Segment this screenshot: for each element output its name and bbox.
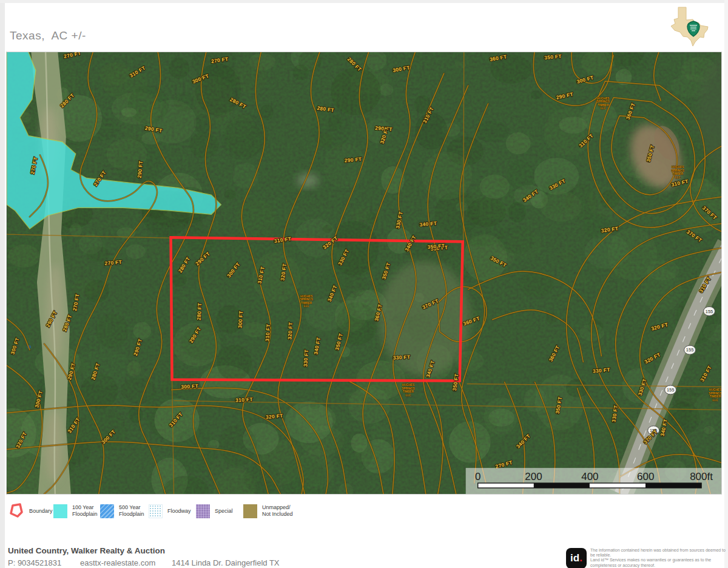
highway-shield-label: 155 xyxy=(686,347,693,353)
page-edge-right xyxy=(724,0,728,568)
contour-elevation-label: 280 FT xyxy=(195,302,203,320)
legend-label-floodplain-500: 500 Year Floodplain xyxy=(119,504,144,518)
scale-tick-label: 600 xyxy=(637,471,654,482)
disclaimer-text: The information contained herein was obt… xyxy=(590,548,726,568)
footer-phone: P: 9034521831 xyxy=(8,558,61,567)
footer-company: United Country, Walker Realty & Auction xyxy=(8,546,165,555)
highway-shield-155: 155 xyxy=(684,345,696,354)
contour-elevation-label: 300 FT xyxy=(181,383,199,390)
footer-website: easttx-realestate.com xyxy=(80,558,155,567)
legend-item-floodway: Floodway xyxy=(149,502,191,520)
legend-label-unmapped: Unmapped/ Not Included xyxy=(262,504,293,518)
legend-item-unmapped: Unmapped/ Not Included xyxy=(243,502,293,520)
scale-bar: 0200400600800ft xyxy=(466,468,721,494)
scale-tick-label: 200 xyxy=(525,471,542,482)
legend-label-boundary: Boundary xyxy=(29,508,53,515)
page-title: Texas, AC +/- xyxy=(10,29,86,42)
page-edge-left xyxy=(0,0,5,568)
contour-elevation-label: 310 FT xyxy=(235,396,254,404)
flood-map-canvas: 155155155155 HUGHESSPRINGSTIMBERLLCHUGHE… xyxy=(6,52,722,495)
landid-logo-text: id xyxy=(570,552,579,564)
highway-shield-label: 155 xyxy=(706,309,713,314)
scale-tick-label: 800ft xyxy=(690,471,713,482)
map-legend: Boundary100 Year Floodplain500 Year Floo… xyxy=(5,498,430,527)
landid-logo: id. xyxy=(566,548,587,568)
contour-elevation-label: 330 FT xyxy=(393,354,411,361)
floodway-swatch-icon xyxy=(149,504,163,518)
contour-elevation-label: 320 FT xyxy=(286,322,294,340)
special-swatch-icon xyxy=(196,504,210,518)
legend-label-floodway: Floodway xyxy=(167,508,191,515)
texas-logo-icon xyxy=(666,6,711,47)
legend-item-floodplain-500: 500 Year Floodplain xyxy=(100,502,144,520)
legend-item-special: Special xyxy=(196,502,233,520)
scale-tick-label: 0 xyxy=(475,471,480,482)
legend-item-boundary: Boundary xyxy=(8,502,53,520)
footer-address: 1414 Linda Dr. Daingerfield TX xyxy=(172,558,280,567)
contour-elevation-label: 330 FT xyxy=(302,349,309,367)
landid-logo-dot: . xyxy=(579,552,582,564)
contour-elevation-label: 300 FT xyxy=(237,310,244,328)
legend-item-floodplain-100: 100 Year Floodplain xyxy=(53,502,98,520)
map-report-page: Texas, AC +/- xyxy=(0,0,728,568)
boundary-legend-icon xyxy=(8,502,24,519)
legend-label-floodplain-100: 100 Year Floodplain xyxy=(72,504,98,518)
floodplain-500-swatch-icon xyxy=(100,504,114,518)
unmapped-swatch-icon xyxy=(243,504,257,518)
legend-label-special: Special xyxy=(215,508,233,515)
highway-shield-label: 155 xyxy=(667,387,674,393)
scale-tick-label: 400 xyxy=(581,471,598,482)
highway-shield-155: 155 xyxy=(704,306,715,316)
page-edge-top xyxy=(0,0,728,3)
floodplain-100-swatch-icon xyxy=(53,504,67,518)
highway-shield-155: 155 xyxy=(665,385,676,394)
contour-elevation-label: 310 FT xyxy=(264,323,271,342)
